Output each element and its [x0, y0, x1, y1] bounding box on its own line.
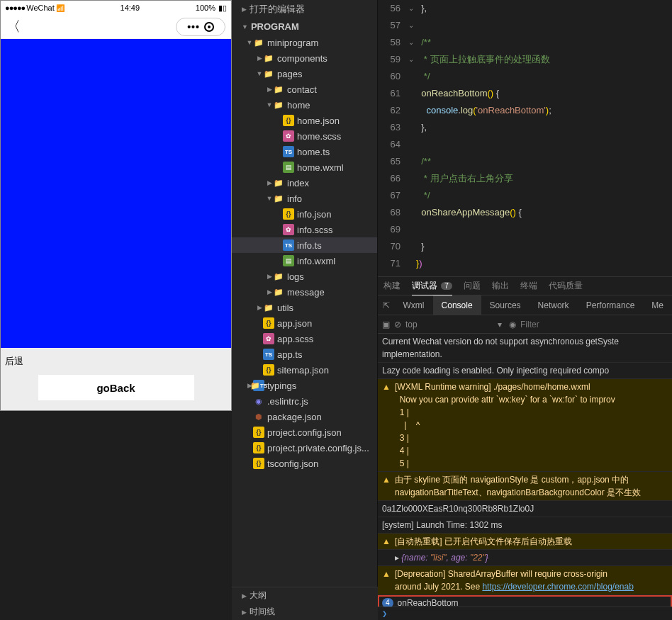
console-log[interactable]: ▲[WXML Runtime warning] ./pages/home/hom…	[378, 379, 672, 472]
ico-scss-icon	[283, 224, 294, 235]
inspect-icon[interactable]: ⇱	[378, 300, 395, 310]
dtab-console[interactable]: Console	[433, 295, 481, 315]
ico-grey-icon: 📁	[273, 271, 284, 282]
console-log[interactable]: 0a1Zlo000XEasR10nq300Rb8Rb1Zlo0J	[378, 501, 672, 517]
tab-output[interactable]: 输出	[492, 280, 509, 292]
status-bar: ●●●●● WeChat 📶 14:49 100% ▮▯	[1, 1, 231, 15]
explorer-footer: ▶大纲 ▶时间线	[232, 587, 378, 620]
folder-pages[interactable]: ▼📁pages	[232, 66, 377, 81]
console-log[interactable]: Current Wechat version do not support as…	[378, 334, 672, 363]
folder-contact[interactable]: ▶📁contact	[232, 81, 377, 97]
console-log[interactable]: [system] Launch Time: 1302 ms	[378, 517, 672, 534]
outline-section[interactable]: ▶大纲	[232, 587, 378, 604]
file-info.json[interactable]: info.json	[232, 206, 377, 222]
file-info.scss[interactable]: info.scss	[232, 222, 377, 237]
console-log[interactable]: 4onReachBottom	[378, 595, 672, 607]
dtab-me[interactable]: Me	[643, 295, 672, 315]
file-project.config.json[interactable]: project.config.json	[232, 424, 377, 440]
ico-scss-icon	[263, 333, 274, 344]
ico-folder-icon: 📁	[263, 52, 274, 64]
battery-pct: 100%	[196, 4, 215, 12]
ico-json-icon	[263, 364, 274, 376]
console-log[interactable]: ▲[自动热重载] 已开启代码文件保存后自动热重载	[378, 534, 672, 550]
back-icon[interactable]: 〈	[6, 17, 21, 36]
context-selector[interactable]: top	[405, 320, 505, 329]
page-footer: 后退 goBack	[1, 348, 231, 410]
file-home.ts[interactable]: home.ts	[232, 144, 377, 159]
file-.eslintrc.js[interactable]: .eslintrc.js	[232, 393, 377, 409]
ico-grey-icon: 📁	[273, 286, 284, 298]
bottom-panel: 构建 调试器 7 问题 输出 终端 代码质量 ⇱ Wxml Console So…	[378, 276, 672, 620]
ico-json-icon	[253, 427, 264, 438]
file-home.scss[interactable]: home.scss	[232, 128, 377, 144]
tab-build[interactable]: 构建	[383, 280, 401, 292]
console-output[interactable]: Current Wechat version do not support as…	[378, 334, 672, 607]
timeline-section[interactable]: ▶时间线	[232, 604, 378, 620]
file-home.wxml[interactable]: home.wxml	[232, 159, 377, 175]
nav-bar: 〈 •••	[1, 15, 231, 39]
close-target-icon[interactable]	[204, 22, 214, 32]
file-info.wxml[interactable]: info.wxml	[232, 253, 377, 269]
file-info.ts[interactable]: info.ts	[232, 237, 377, 253]
console-log[interactable]: ▲由于 skyline 页面的 navigationStyle 是 custom…	[378, 472, 672, 501]
dtab-network[interactable]: Network	[530, 295, 578, 315]
folder-logs[interactable]: ▶📁logs	[232, 269, 377, 284]
file-app.scss[interactable]: app.scss	[232, 331, 377, 346]
file-project.private.config.js...[interactable]: project.private.config.js...	[232, 440, 377, 456]
project-root[interactable]: ▼PROGRAM	[232, 18, 377, 35]
folder-utils[interactable]: ▶📁utils	[232, 300, 377, 315]
ico-ts-icon: 📁	[253, 380, 264, 391]
file-package.json[interactable]: package.json	[232, 409, 377, 424]
code-editor[interactable]: 56575859606162636465666768697071 ⌄⌄⌄⌄ },…	[378, 0, 672, 276]
ico-wxml-icon	[283, 162, 294, 173]
ico-json-icon	[253, 458, 264, 469]
menu-dots-icon[interactable]: •••	[187, 21, 200, 33]
ico-json-icon	[283, 115, 294, 126]
ico-folder-open-icon: 📁	[273, 99, 284, 111]
page-content[interactable]	[1, 39, 231, 348]
folder-index[interactable]: ▶📁index	[232, 175, 377, 191]
ico-ts-icon	[283, 239, 294, 251]
file-explorer[interactable]: ▶打开的编辑器 ▼PROGRAM ▼📁miniprogram▶📁componen…	[232, 0, 378, 620]
tab-terminal[interactable]: 终端	[520, 280, 537, 292]
file-home.json[interactable]: home.json	[232, 113, 377, 128]
wifi-icon: 📶	[56, 4, 65, 12]
tab-quality[interactable]: 代码质量	[549, 280, 583, 292]
dtab-wxml[interactable]: Wxml	[395, 295, 433, 315]
ico-ts-icon	[263, 349, 274, 360]
folder-miniprogram[interactable]: ▼📁miniprogram	[232, 35, 377, 50]
folder-home[interactable]: ▼📁home	[232, 97, 377, 113]
signal-icon: ●●●●●	[5, 4, 25, 12]
dtab-performance[interactable]: Performance	[578, 295, 644, 315]
dtab-sources[interactable]: Sources	[481, 295, 530, 315]
file-sitemap.json[interactable]: sitemap.json	[232, 362, 377, 378]
back-label: 后退	[1, 352, 231, 371]
filter-input[interactable]	[520, 320, 668, 329]
file-tree: ▼📁miniprogram▶📁components▼📁pages▶📁contac…	[232, 35, 377, 471]
sidebar-toggle-icon[interactable]: ▣	[382, 320, 390, 329]
open-editors-section[interactable]: ▶打开的编辑器	[232, 0, 377, 18]
folder-typings[interactable]: ▶📁typings	[232, 378, 377, 393]
folder-message[interactable]: ▶📁message	[232, 284, 377, 300]
ico-eslint-icon	[253, 395, 264, 407]
file-tsconfig.json[interactable]: tsconfig.json	[232, 456, 377, 471]
file-app.ts[interactable]: app.ts	[232, 346, 377, 362]
console-log[interactable]: ▸ {name: "lisi", age: "22"}	[378, 550, 672, 566]
ico-scss-icon	[283, 130, 294, 142]
ico-grey-icon: 📁	[273, 177, 284, 188]
folder-info[interactable]: ▼📁info	[232, 191, 377, 206]
folder-components[interactable]: ▶📁components	[232, 50, 377, 66]
eye-icon[interactable]: ◉	[509, 320, 516, 329]
ico-json-icon	[253, 442, 264, 453]
goback-button[interactable]: goBack	[38, 375, 194, 400]
ico-grey-icon: 📁	[273, 84, 284, 95]
tab-debugger[interactable]: 调试器 7	[412, 280, 452, 292]
tab-problems[interactable]: 问题	[464, 280, 481, 292]
devtool-tabs: ⇱ Wxml Console Sources Network Performan…	[378, 295, 672, 315]
console-prompt[interactable]: ❯	[378, 607, 672, 620]
clear-console-icon[interactable]: ⊘	[394, 320, 401, 329]
console-log[interactable]: Lazy code loading is enabled. Only injec…	[378, 363, 672, 379]
console-log[interactable]: ▲[Deprecation] SharedArrayBuffer will re…	[378, 566, 672, 595]
capsule-button[interactable]: •••	[176, 18, 225, 36]
file-app.json[interactable]: app.json	[232, 315, 377, 331]
